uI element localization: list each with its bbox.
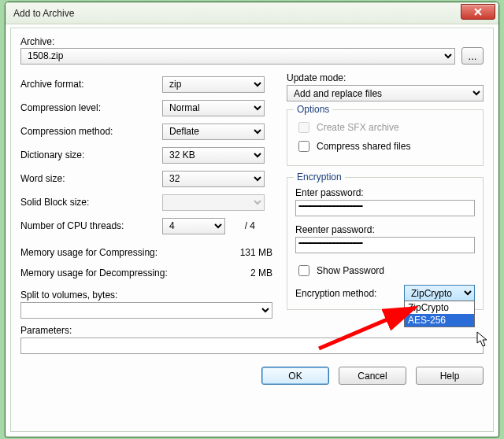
split-combo[interactable] bbox=[20, 302, 272, 319]
threads-select[interactable]: 4 bbox=[162, 218, 225, 234]
split-label: Split to volumes, bytes: bbox=[20, 290, 272, 301]
show-password-label: Show Password bbox=[317, 265, 384, 276]
sfx-label: Create SFX archive bbox=[317, 122, 399, 133]
options-legend: Options bbox=[294, 104, 332, 115]
dialog-window: Add to Archive Archive: 1508.zip ... Arc… bbox=[5, 2, 499, 437]
level-select[interactable]: Normal bbox=[162, 100, 265, 116]
sfx-checkbox bbox=[298, 122, 309, 133]
params-input[interactable] bbox=[20, 338, 484, 354]
format-label: Archive format: bbox=[20, 79, 162, 90]
enc-method-select[interactable]: ZipCrypto bbox=[404, 285, 475, 301]
encryption-legend: Encryption bbox=[294, 172, 345, 183]
encryption-group: Encryption Enter password: •••••••••••••… bbox=[287, 177, 484, 310]
right-column: Update mode: Add and replace files Optio… bbox=[287, 72, 484, 319]
method-select[interactable]: Deflate bbox=[162, 124, 265, 140]
format-select[interactable]: zip bbox=[162, 76, 265, 93]
cancel-button[interactable]: Cancel bbox=[339, 367, 406, 385]
update-select[interactable]: Add and replace files bbox=[287, 85, 484, 101]
ellipsis-icon: ... bbox=[468, 50, 476, 62]
shared-label: Compress shared files bbox=[317, 141, 410, 152]
memd-label: Memory usage for Decompressing: bbox=[20, 267, 225, 279]
update-label: Update mode: bbox=[287, 72, 484, 83]
password2-field[interactable]: ••••••••••••••••••••••••••••••••••••••••… bbox=[295, 237, 475, 253]
block-select bbox=[162, 194, 265, 211]
password-label: Enter password: bbox=[295, 187, 475, 198]
threads-label: Number of CPU threads: bbox=[20, 220, 162, 231]
password-field[interactable]: ••••••••••••••••••••••••••••••••••••••••… bbox=[295, 200, 475, 216]
block-label: Solid Block size: bbox=[20, 197, 162, 208]
close-button[interactable] bbox=[461, 4, 495, 20]
options-group: Options Create SFX archive Compress shar… bbox=[287, 109, 484, 166]
enc-option-zipcrypto[interactable]: ZipCrypto bbox=[405, 301, 474, 314]
dict-select[interactable]: 32 KB bbox=[162, 147, 265, 164]
memd-value: 2 MB bbox=[225, 267, 272, 279]
show-password-row[interactable]: Show Password bbox=[295, 263, 475, 279]
help-button[interactable]: Help bbox=[416, 367, 484, 385]
enc-method-dropdown: ZipCrypto AES-256 bbox=[404, 301, 475, 327]
ok-button[interactable]: OK bbox=[261, 367, 329, 385]
level-label: Compression level: bbox=[20, 102, 162, 113]
archive-label: Archive: bbox=[20, 36, 484, 47]
threads-total: / 4 bbox=[233, 220, 255, 231]
show-password-checkbox[interactable] bbox=[298, 265, 309, 276]
dialog-content: Archive: 1508.zip ... Archive format: zi… bbox=[10, 28, 494, 432]
password2-label: Reenter password: bbox=[295, 224, 475, 235]
enc-option-aes256[interactable]: AES-256 bbox=[405, 314, 474, 326]
shared-checkbox[interactable] bbox=[298, 141, 309, 152]
window-title: Add to Archive bbox=[13, 8, 461, 19]
memc-label: Memory usage for Compressing: bbox=[20, 247, 225, 258]
enc-method-label: Encryption method: bbox=[295, 288, 398, 299]
word-label: Word size: bbox=[20, 173, 162, 184]
shared-checkbox-row[interactable]: Compress shared files bbox=[295, 138, 475, 154]
method-label: Compression method: bbox=[20, 126, 162, 137]
browse-button[interactable]: ... bbox=[461, 47, 484, 65]
left-column: Archive format: zip Compression level: N… bbox=[20, 72, 272, 319]
titlebar: Add to Archive bbox=[6, 2, 498, 24]
archive-path-combo[interactable]: 1508.zip bbox=[20, 48, 455, 65]
memc-value: 131 MB bbox=[225, 247, 272, 258]
word-select[interactable]: 32 bbox=[162, 171, 265, 187]
button-bar: OK Cancel Help bbox=[11, 359, 493, 393]
sfx-checkbox-row: Create SFX archive bbox=[295, 120, 475, 135]
close-icon bbox=[473, 8, 483, 16]
dict-label: Dictionary size: bbox=[20, 149, 162, 160]
